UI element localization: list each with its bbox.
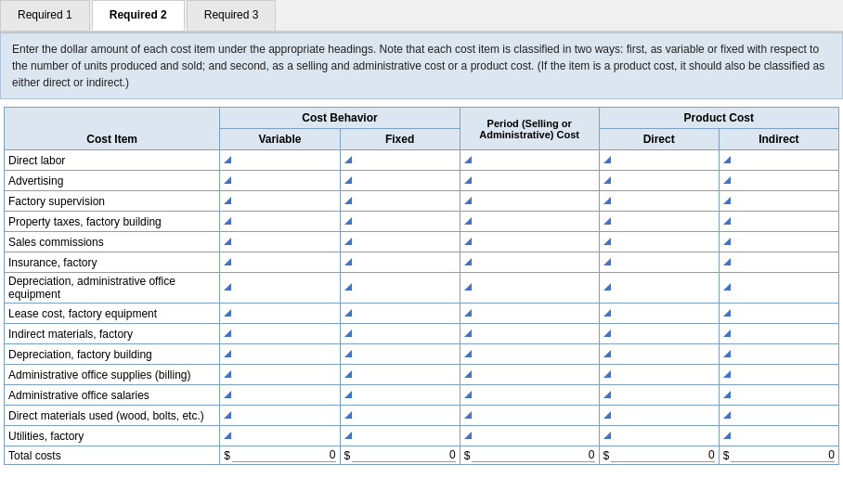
input-fixed-row5[interactable] [361,256,456,269]
input-indirect-row2[interactable] [740,195,835,208]
input-indirect-row1[interactable] [740,174,835,187]
input-direct-row13[interactable] [620,430,715,443]
input-period-row7[interactable] [484,307,595,320]
input-fixed-row8[interactable] [361,328,456,341]
input-indirect-row11[interactable] [740,389,835,402]
input-fixed-row1[interactable] [361,174,456,187]
input-period-row9[interactable] [484,348,595,361]
input-variable-row12[interactable] [240,409,335,422]
input-period-row5[interactable] [484,256,595,269]
cost-item-cell: Lease cost, factory equipment [5,304,220,324]
input-direct-row1[interactable] [620,174,715,187]
input-cell-fixed [340,171,460,191]
input-direct-row7[interactable] [620,307,715,320]
input-cell-period [460,304,599,324]
input-variable-row3[interactable] [240,215,335,228]
tab-required1[interactable]: Required 1 [0,0,90,31]
input-direct-row2[interactable] [620,195,715,208]
table-row: Depreciation, factory building [5,344,839,365]
input-indirect-row8[interactable] [740,328,835,341]
input-period-row8[interactable] [484,328,595,341]
input-cell-variable [220,191,340,212]
input-direct-row0[interactable] [620,154,715,167]
input-cell-indirect [719,232,838,252]
input-direct-row5[interactable] [620,256,715,269]
total-variable-input[interactable] [232,448,336,462]
input-variable-row10[interactable] [240,368,335,381]
input-direct-row11[interactable] [620,389,715,402]
input-variable-row13[interactable] [240,430,335,443]
input-direct-row8[interactable] [620,328,715,341]
input-fixed-row6[interactable] [361,281,456,294]
cost-table: Cost Item Cost Behavior Period (Selling … [4,107,839,465]
input-variable-row8[interactable] [240,328,335,341]
input-cell-direct [599,212,719,232]
input-variable-row1[interactable] [240,174,335,187]
input-period-row2[interactable] [484,195,595,208]
input-direct-row4[interactable] [620,236,715,249]
total-fixed-input[interactable] [352,448,456,462]
input-direct-row3[interactable] [620,215,715,228]
input-fixed-row7[interactable] [361,307,456,320]
input-indirect-row10[interactable] [740,368,835,381]
input-period-row1[interactable] [484,174,595,187]
input-variable-row6[interactable] [240,281,335,294]
table-row: Sales commissions [5,232,839,252]
input-cell-period [460,212,599,232]
input-fixed-row4[interactable] [361,236,456,249]
input-period-row3[interactable] [484,215,595,228]
input-fixed-row10[interactable] [361,368,456,381]
total-period-input[interactable] [472,448,594,462]
table-row: Indirect materials, factory [5,324,839,344]
cost-item-cell: Direct materials used (wood, bolts, etc.… [5,406,220,426]
input-fixed-row12[interactable] [361,409,456,422]
input-fixed-row13[interactable] [361,430,456,443]
input-direct-row10[interactable] [620,368,715,381]
input-indirect-row6[interactable] [740,281,835,294]
input-fixed-row0[interactable] [361,154,456,167]
table-row: Direct labor [5,150,839,171]
input-indirect-row4[interactable] [740,236,835,249]
input-variable-row0[interactable] [240,154,335,167]
input-period-row11[interactable] [484,389,595,402]
total-indirect-input[interactable] [731,448,835,462]
input-fixed-row2[interactable] [361,195,456,208]
input-indirect-row12[interactable] [740,409,835,422]
input-direct-row6[interactable] [620,281,715,294]
input-variable-row5[interactable] [240,256,335,269]
input-cell-direct [599,406,719,426]
input-period-row13[interactable] [484,430,595,443]
input-indirect-row0[interactable] [740,154,835,167]
total-direct-input[interactable] [611,448,715,462]
input-period-row10[interactable] [484,368,595,381]
input-indirect-row7[interactable] [740,307,835,320]
input-direct-row9[interactable] [620,348,715,361]
input-direct-row12[interactable] [620,409,715,422]
tab-required2[interactable]: Required 2 [92,0,185,31]
input-indirect-row9[interactable] [740,348,835,361]
cost-item-cell: Factory supervision [5,191,220,212]
input-variable-row4[interactable] [240,236,335,249]
input-period-row4[interactable] [484,236,595,249]
input-fixed-row9[interactable] [361,348,456,361]
input-variable-row7[interactable] [240,307,335,320]
input-fixed-row3[interactable] [361,215,456,228]
input-indirect-row13[interactable] [740,430,835,443]
input-variable-row2[interactable] [240,195,335,208]
table-row: Depreciation, administrative office equi… [5,273,839,304]
total-period: $ [460,446,599,465]
input-period-row6[interactable] [484,281,595,294]
input-variable-row9[interactable] [240,348,335,361]
input-cell-fixed [340,324,460,344]
cost-item-cell: Property taxes, factory building [5,212,220,232]
input-cell-indirect [719,304,838,324]
input-period-row0[interactable] [484,154,595,167]
input-variable-row11[interactable] [240,389,335,402]
table-row: Advertising [5,171,839,191]
input-indirect-row3[interactable] [740,215,835,228]
total-label: Total costs [5,446,220,465]
input-fixed-row11[interactable] [361,389,456,402]
input-period-row12[interactable] [484,409,595,422]
input-indirect-row5[interactable] [740,256,835,269]
tab-required3[interactable]: Required 3 [187,0,277,31]
